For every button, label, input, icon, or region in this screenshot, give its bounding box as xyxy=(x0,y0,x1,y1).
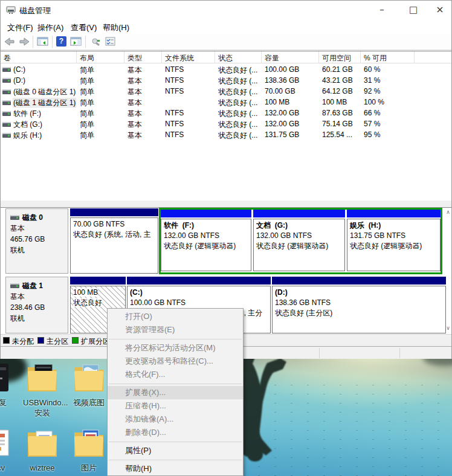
volume-fs: NTFS xyxy=(165,118,215,129)
title-bar[interactable]: 磁盘管理 – □ × xyxy=(1,1,451,19)
volume-row[interactable]: (磁盘 0 磁盘分区 1) 简单 基本 NTFS 状态良好 (... 70.00… xyxy=(1,86,451,97)
volume-row[interactable]: (D:) 简单 基本 NTFS 状态良好 (... 138.36 GB 43.2… xyxy=(1,75,451,86)
volume-row[interactable]: 娱乐 (H:) 简单 基本 NTFS 状态良好 (... 131.75 GB 1… xyxy=(1,129,451,140)
menu-view[interactable]: 查看(V) xyxy=(68,21,99,34)
volume-free: 60.21 GB xyxy=(322,64,361,75)
disk0-partition-f[interactable]: 软件 (F:) 132.00 GB NTFS 状态良好 (逻辑驱动器) xyxy=(161,210,251,272)
partition-color-bar-logical xyxy=(161,210,251,217)
scroll-up-arrow[interactable]: ∧ xyxy=(444,209,452,215)
partition-context-menu: 打开(O) 资源管理器(E) 将分区标记为活动分区(M) 更改驱动器号和路径(C… xyxy=(107,308,244,476)
volume-fs: NTFS xyxy=(165,129,215,140)
disk-icon xyxy=(10,215,19,220)
context-menu-add-mirror[interactable]: 添加镜像(A)... xyxy=(108,413,243,426)
desktop-icon-repair[interactable]: 修复 xyxy=(0,362,18,408)
volume-capacity: 100 MB xyxy=(265,97,319,108)
volume-free: 100 MB xyxy=(322,97,361,108)
column-header-free-space[interactable]: 可用空间 xyxy=(319,51,361,63)
desktop-icon-ecv[interactable]: ecv xyxy=(0,428,18,473)
desktop-icon-label: 图片 xyxy=(69,463,108,473)
help-icon[interactable]: ? xyxy=(56,36,66,47)
desktop-icon-wiztree[interactable]: wiztree xyxy=(23,428,62,473)
disk1-label-panel[interactable]: 磁盘 1 基本 238.46 GB 联机 xyxy=(5,277,68,333)
desktop-icon-label-line2: 安装 xyxy=(23,408,62,418)
volume-name: (C:) xyxy=(13,65,25,74)
context-menu-open[interactable]: 打开(O) xyxy=(108,310,243,323)
column-header-status[interactable]: 状态 xyxy=(215,51,262,63)
back-icon[interactable] xyxy=(4,36,16,47)
menu-file[interactable]: 文件(F) xyxy=(5,21,36,34)
checklist-icon[interactable] xyxy=(105,36,117,47)
volume-row[interactable]: 文档 (G:) 简单 基本 NTFS 状态良好 (... 132.00 GB 7… xyxy=(1,118,451,129)
volume-pct: 100 % xyxy=(364,97,415,108)
volume-icon xyxy=(2,89,11,94)
minimize-button[interactable]: – xyxy=(369,1,395,19)
disk-status: 联机 xyxy=(10,313,68,324)
magnifier-icon[interactable] xyxy=(89,36,102,47)
volume-layout: 简单 xyxy=(80,129,124,140)
volume-layout: 简单 xyxy=(80,75,124,86)
volume-fs xyxy=(165,97,215,108)
disk-title: 磁盘 0 xyxy=(10,213,68,223)
folder-image-icon xyxy=(69,362,108,395)
menu-help[interactable]: 帮助(H) xyxy=(100,21,132,34)
disk0-partition-h[interactable]: 娱乐 (H:) 131.75 GB NTFS 状态良好 (逻辑驱动器) xyxy=(347,210,441,272)
legend-label-extended: 扩展分区 xyxy=(81,336,110,347)
desktop-icon-video-base[interactable]: 视频底图 xyxy=(69,362,108,408)
menu-action[interactable]: 操作(A) xyxy=(35,21,66,34)
volume-type: 基本 xyxy=(128,118,162,129)
partition-color-bar-primary xyxy=(70,277,126,285)
volume-pct: 92 % xyxy=(364,86,415,97)
volume-capacity: 131.75 GB xyxy=(265,129,319,140)
volume-free: 125.54 ... xyxy=(322,129,361,140)
column-header-type[interactable]: 类型 xyxy=(124,51,162,63)
splitter[interactable] xyxy=(1,201,451,208)
partition-status: 状态良好 (主分区) xyxy=(275,308,443,318)
desktop-icon-usbwindows-install[interactable]: USBWindo... 安装 xyxy=(23,362,62,418)
app-icon xyxy=(6,5,16,14)
context-menu-extend-volume[interactable]: 扩展卷(X)... xyxy=(108,386,243,399)
volume-layout: 简单 xyxy=(80,118,124,129)
context-menu-shrink-volume[interactable]: 压缩卷(H)... xyxy=(108,399,243,413)
column-header-volume[interactable]: 卷 xyxy=(1,51,77,63)
volume-row[interactable]: 软件 (F:) 简单 基本 NTFS 状态良好 (... 132.00 GB 8… xyxy=(1,108,451,118)
show-action-pane-icon[interactable] xyxy=(70,36,82,47)
extended-partition-group: 软件 (F:) 132.00 GB NTFS 状态良好 (逻辑驱动器) 文档 (… xyxy=(159,208,442,274)
context-menu-format[interactable]: 格式化(F)... xyxy=(108,368,243,381)
partition-title: 软件 (F:) xyxy=(164,220,248,231)
volume-type: 基本 xyxy=(128,75,162,86)
volume-row[interactable]: (C:) 简单 基本 NTFS 状态良好 (... 100.00 GB 60.2… xyxy=(1,64,451,75)
context-menu-mark-active[interactable]: 将分区标记为活动分区(M) xyxy=(108,341,243,355)
close-button[interactable]: × xyxy=(427,1,452,19)
show-console-tree-icon[interactable] xyxy=(37,36,49,47)
desktop-icon-pictures[interactable]: 图片 xyxy=(69,428,108,473)
column-header-capacity[interactable]: 容量 xyxy=(262,51,319,63)
disk0-partition-system[interactable]: 70.00 GB NTFS 状态良好 (系统, 活动, 主 xyxy=(70,208,158,274)
forward-icon[interactable] xyxy=(18,36,30,47)
column-header-filesystem[interactable]: 文件系统 xyxy=(162,51,215,63)
context-menu-change-letter[interactable]: 更改驱动器号和路径(C)... xyxy=(108,355,243,368)
disk1-partition-d[interactable]: (D:) 138.36 GB NTFS 状态良好 (主分区) xyxy=(272,277,446,333)
volume-row-selected[interactable]: (磁盘 1 磁盘分区 1) 简单 基本 状态良好 (... 100 MB 100… xyxy=(1,97,451,108)
maximize-button[interactable]: □ xyxy=(401,1,426,19)
status-bar-divider xyxy=(399,348,400,358)
context-menu-separator xyxy=(108,381,243,386)
volume-layout: 简单 xyxy=(80,97,124,108)
context-menu-properties[interactable]: 属性(P) xyxy=(108,444,243,457)
volume-type: 基本 xyxy=(128,129,162,140)
partition-title: (C:) xyxy=(130,288,268,298)
column-header-blank[interactable] xyxy=(415,51,451,63)
scroll-down-arrow[interactable]: ∨ xyxy=(444,325,452,331)
partition-size: 100.00 GB NTFS xyxy=(130,298,268,308)
context-menu-help[interactable]: 帮助(H) xyxy=(108,462,243,475)
folder-image-icon xyxy=(69,428,108,460)
context-menu-explorer[interactable]: 资源管理器(E) xyxy=(108,323,243,336)
volume-fs: NTFS xyxy=(165,108,215,118)
column-header-layout[interactable]: 布局 xyxy=(77,51,124,63)
volume-name: (磁盘 1 磁盘分区 1) xyxy=(13,98,76,107)
column-header-pct-free[interactable]: % 可用 xyxy=(361,51,415,63)
disk0-label-panel[interactable]: 磁盘 0 基本 465.76 GB 联机 xyxy=(5,208,68,274)
context-menu-separator xyxy=(108,439,243,444)
context-menu-delete-volume[interactable]: 删除卷(D)... xyxy=(108,426,243,439)
disk0-partition-g[interactable]: 文档 (G:) 132.00 GB NTFS 状态良好 (逻辑驱动器) xyxy=(253,210,345,272)
volume-fs: NTFS xyxy=(165,75,215,86)
